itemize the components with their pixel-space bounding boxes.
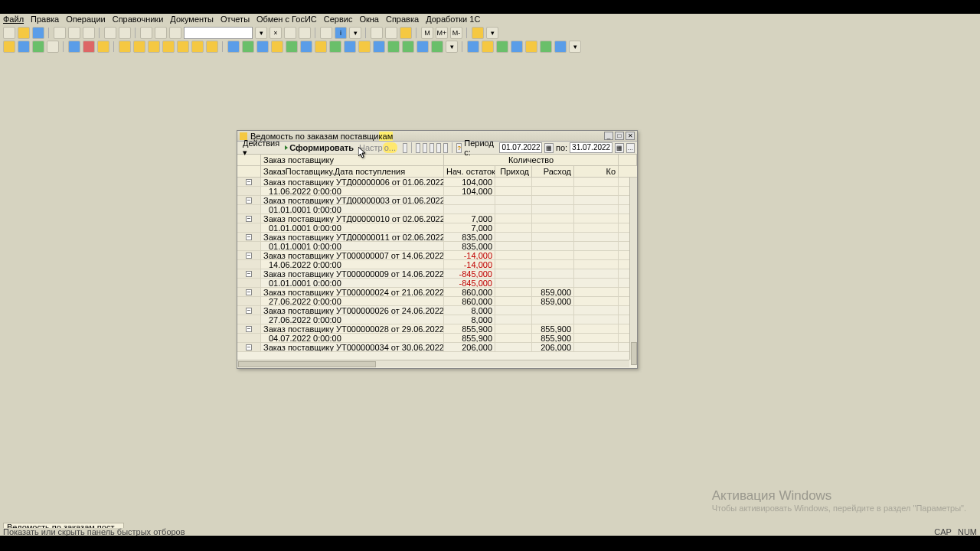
t2-28-icon[interactable] (416, 41, 429, 53)
menu-gosis[interactable]: Обмен с ГосИС (256, 15, 317, 24)
t2-8-icon[interactable] (119, 41, 131, 53)
info-icon[interactable]: i (335, 27, 347, 39)
tb-a-icon[interactable] (371, 27, 383, 39)
vertical-scrollbar[interactable] (629, 178, 637, 360)
table-row[interactable]: −Заказ поставщику УТД00000006 от 01.06.2… (237, 178, 629, 187)
col-date[interactable]: ЗаказПоставщику.Дата поступления (261, 166, 444, 177)
collapse-icon[interactable]: − (246, 179, 252, 185)
table-subrow[interactable]: 01.01.0001 0:00:00-845,000 (237, 279, 629, 288)
m-icon[interactable]: M (421, 27, 433, 39)
t2-6-icon[interactable] (83, 41, 95, 53)
wt-3-icon[interactable] (423, 143, 427, 153)
search-field[interactable] (184, 27, 253, 39)
t2-19-icon[interactable] (286, 41, 298, 53)
undo-icon[interactable] (140, 27, 152, 39)
t2-12-icon[interactable] (177, 41, 189, 53)
table-subrow[interactable]: 04.07.2022 0:00:00855,900855,900 (237, 334, 629, 343)
help-icon[interactable]: ? (456, 143, 462, 153)
t2-11-icon[interactable] (162, 41, 175, 53)
menu-file[interactable]: Файл (3, 15, 24, 24)
menu-edit[interactable]: Правка (31, 15, 59, 24)
copy-icon[interactable] (68, 27, 80, 39)
table-row[interactable]: −Заказ поставщику УТ000000028 от 29.06.2… (237, 324, 629, 334)
new-icon[interactable] (3, 27, 15, 39)
t2-13-icon[interactable] (191, 41, 204, 53)
calc-icon[interactable] (320, 27, 332, 39)
col-out[interactable]: Расход (532, 166, 574, 177)
drop3-icon[interactable]: ▾ (486, 27, 498, 39)
menu-references[interactable]: Справочники (113, 15, 164, 24)
nav-icon[interactable] (299, 27, 311, 39)
table-subrow[interactable]: 27.06.2022 0:00:00860,000859,000 (237, 297, 629, 306)
col-qty[interactable]: Количество (444, 155, 619, 165)
search-icon[interactable] (169, 27, 181, 39)
generate-button[interactable]: Сформировать (285, 143, 354, 152)
t2-24-icon[interactable] (358, 41, 371, 53)
collapse-icon[interactable]: − (246, 344, 252, 350)
tb-c-icon[interactable] (400, 27, 412, 39)
table-subrow[interactable]: 11.06.2022 0:00:00104,000 (237, 187, 629, 196)
drop-icon[interactable]: ▾ (255, 27, 267, 39)
col-end[interactable]: Ко (574, 166, 619, 177)
preview-icon[interactable] (119, 27, 131, 39)
t2-14-icon[interactable] (206, 41, 218, 53)
refresh-icon[interactable] (284, 27, 296, 39)
paste-icon[interactable] (83, 27, 95, 39)
t2-29-icon[interactable] (431, 41, 443, 53)
t2-34-icon[interactable] (511, 41, 523, 53)
cut-icon[interactable] (54, 27, 66, 39)
clear-icon[interactable]: × (270, 27, 282, 39)
table-row[interactable]: −Заказ поставщику УТД00000010 от 02.06.2… (237, 214, 629, 223)
mminus-icon[interactable]: M- (450, 27, 462, 39)
t2-18-icon[interactable] (271, 41, 283, 53)
t2-22-icon[interactable] (329, 41, 341, 53)
collapse-icon[interactable]: − (246, 271, 252, 277)
col-start[interactable]: Нач. остаток (444, 166, 495, 177)
t2-9-icon[interactable] (133, 41, 145, 53)
date-to-picker-icon[interactable]: ▦ (615, 143, 623, 153)
wt-2-icon[interactable] (416, 143, 420, 153)
table-subrow[interactable]: 01.01.0001 0:00:00835,000 (237, 242, 629, 251)
collapse-icon[interactable]: − (246, 216, 252, 222)
table-row[interactable]: −Заказ поставщику УТ000000009 от 14.06.2… (237, 269, 629, 279)
t2-15-icon[interactable] (227, 41, 240, 53)
t2-7-icon[interactable] (97, 41, 109, 53)
t2-4-icon[interactable] (47, 41, 59, 53)
t2-16-icon[interactable] (242, 41, 254, 53)
menu-reports[interactable]: Отчеты (220, 15, 250, 24)
table-row[interactable]: −Заказ поставщику УТ000000024 от 21.06.2… (237, 288, 629, 297)
t2-10-icon[interactable] (148, 41, 160, 53)
menu-help[interactable]: Справка (386, 15, 419, 24)
t2-2-icon[interactable] (18, 41, 30, 53)
collapse-icon[interactable]: − (246, 308, 252, 314)
t2-17-icon[interactable] (256, 41, 269, 53)
table-row[interactable]: −Заказ поставщику УТ000000026 от 24.06.2… (237, 306, 629, 315)
table-row[interactable]: −Заказ поставщику УТ000000007 от 14.06.2… (237, 251, 629, 260)
wt-6-icon[interactable] (443, 143, 448, 153)
drop2-icon[interactable]: ▾ (349, 27, 361, 39)
wt-4-icon[interactable] (430, 143, 434, 153)
open-icon[interactable] (18, 27, 30, 39)
scroll-thumb[interactable] (631, 342, 637, 365)
col-in[interactable]: Приход (495, 166, 532, 177)
date-to-input[interactable]: 31.07.2022 (570, 142, 612, 153)
t2-33-icon[interactable] (496, 41, 508, 53)
collapse-icon[interactable]: − (246, 234, 252, 240)
mplus-icon[interactable]: M+ (436, 27, 448, 39)
t2-25-icon[interactable] (373, 41, 385, 53)
menu-service[interactable]: Сервис (324, 15, 353, 24)
table-row[interactable]: −Заказ поставщику УТД00000003 от 01.06.2… (237, 196, 629, 205)
t2-26-icon[interactable] (387, 41, 400, 53)
save-icon[interactable] (32, 27, 44, 39)
wt-1-icon[interactable] (403, 143, 407, 153)
collapse-icon[interactable]: − (246, 326, 252, 332)
table-subrow[interactable]: 14.06.2022 0:00:00-14,000 (237, 260, 629, 269)
t2-35-icon[interactable] (525, 41, 537, 53)
horizontal-scrollbar[interactable] (237, 360, 629, 367)
t2-1-icon[interactable] (3, 41, 15, 53)
settings-button[interactable]: Настро... (356, 143, 400, 152)
menu-operations[interactable]: Операции (66, 15, 105, 24)
menu-custom[interactable]: Доработки 1С (426, 15, 480, 24)
period-select-icon[interactable]: … (626, 143, 635, 153)
wt-5-icon[interactable] (436, 143, 441, 153)
